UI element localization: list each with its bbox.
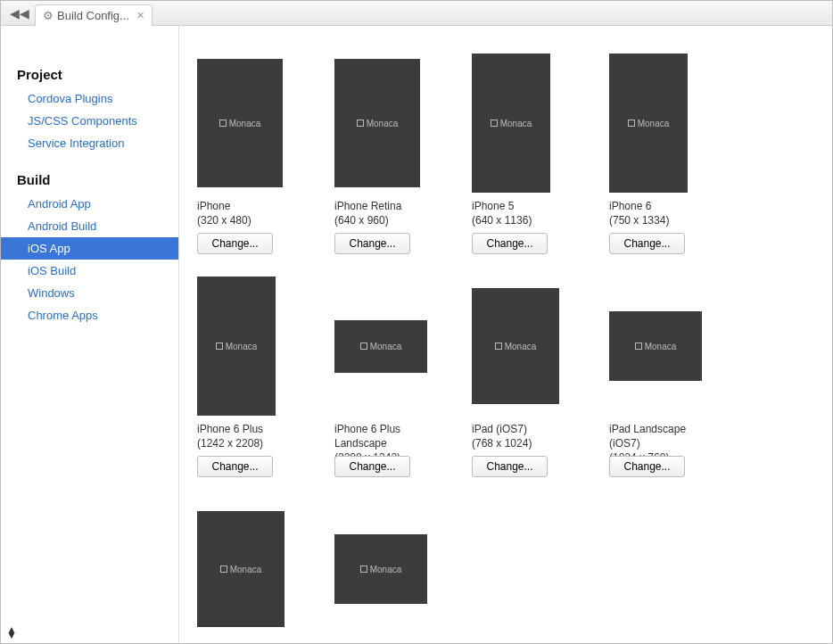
sidebar-item-android-app[interactable]: Android App [1, 193, 178, 215]
splash-title: iPad (iOS7)(768 x 1024) [472, 422, 581, 450]
expand-icon[interactable]: ▲▼ [6, 627, 17, 638]
section-heading-project: Project [1, 62, 178, 87]
sidebar-item-ios-app[interactable]: iOS App [1, 237, 178, 260]
splash-thumbnail: Monaca [197, 511, 285, 627]
change-button[interactable]: Change... [197, 233, 273, 254]
splash-thumbnail: Monaca [197, 59, 283, 187]
splash-card: MonacaiPhone 5(640 x 1136)Change... [472, 53, 581, 254]
change-button[interactable]: Change... [472, 456, 548, 477]
splash-title: iPhone Retina(640 x 960) [334, 199, 443, 227]
splash-thumbnail: Monaca [472, 54, 550, 193]
splash-title: iPhone(320 x 480) [197, 199, 306, 227]
tab-build-config[interactable]: ⚙ Build Config... ✕ [35, 4, 153, 26]
sidebar-item-ios-build[interactable]: iOS Build [1, 260, 178, 282]
splash-card: MonacaiPad Retina (iOS7)(1536 x 2048)Cha… [197, 499, 306, 643]
tab-title: Build Config... [57, 9, 129, 22]
sidebar-item-jscss-components[interactable]: JS/CSS Components [1, 110, 178, 132]
main-panel: MonacaiPhone(320 x 480)Change...MonacaiP… [179, 26, 832, 643]
splash-card: MonacaiPhone 6 Plus Landscape(2208 x 124… [334, 276, 443, 477]
splash-card: MonacaiPhone Retina(640 x 960)Change... [334, 53, 443, 254]
splash-card: MonacaiPad Landscape (iOS7)(1024 x 768)C… [609, 276, 718, 477]
splash-title: iPhone 6 Plus(1242 x 2208) [197, 422, 306, 450]
change-button[interactable]: Change... [609, 456, 685, 477]
sidebar-item-service-integration[interactable]: Service Integration [1, 132, 178, 154]
nav-back-button[interactable]: ◀◀ [4, 6, 35, 21]
splash-card: MonacaiPhone 6(750 x 1334)Change... [609, 53, 718, 254]
change-button[interactable]: Change... [472, 233, 548, 254]
sidebar-item-android-build[interactable]: Android Build [1, 215, 178, 237]
close-icon[interactable]: ✕ [136, 10, 144, 21]
splash-card: MonacaiPhone 6 Plus(1242 x 2208)Change..… [197, 276, 306, 477]
change-button[interactable]: Change... [609, 233, 685, 254]
section-heading-build: Build [1, 167, 178, 193]
splash-thumbnail: Monaca [472, 288, 559, 404]
splash-grid: MonacaiPhone(320 x 480)Change...MonacaiP… [197, 26, 814, 643]
sidebar: Project Cordova Plugins JS/CSS Component… [1, 26, 179, 643]
splash-thumbnail: Monaca [334, 59, 420, 187]
splash-title: iPhone 6 Plus Landscape(2208 x 1242) [334, 422, 443, 450]
change-button[interactable]: Change... [334, 233, 410, 254]
sidebar-item-chrome-apps[interactable]: Chrome Apps [1, 304, 178, 326]
splash-thumbnail: Monaca [609, 54, 688, 193]
tab-bar: ◀◀ ⚙ Build Config... ✕ [1, 1, 832, 26]
change-button[interactable]: Change... [334, 456, 410, 477]
splash-thumbnail: Monaca [334, 534, 427, 604]
splash-title: iPad Landscape (iOS7)(1024 x 768) [609, 422, 718, 450]
gear-icon: ⚙ [43, 9, 54, 22]
splash-card: MonacaiPad Retina Landscape (iOS7)(2048 … [334, 499, 443, 643]
splash-title: iPhone 6(750 x 1334) [609, 199, 718, 227]
change-button[interactable]: Change... [197, 456, 273, 477]
splash-thumbnail: Monaca [197, 277, 276, 416]
splash-thumbnail: Monaca [609, 311, 702, 381]
sidebar-item-cordova-plugins[interactable]: Cordova Plugins [1, 87, 178, 110]
splash-title: iPhone 5(640 x 1136) [472, 199, 581, 227]
splash-card: MonacaiPhone(320 x 480)Change... [197, 53, 306, 254]
splash-card: MonacaiPad (iOS7)(768 x 1024)Change... [472, 276, 581, 477]
splash-thumbnail: Monaca [334, 320, 427, 373]
sidebar-item-windows[interactable]: Windows [1, 282, 178, 304]
